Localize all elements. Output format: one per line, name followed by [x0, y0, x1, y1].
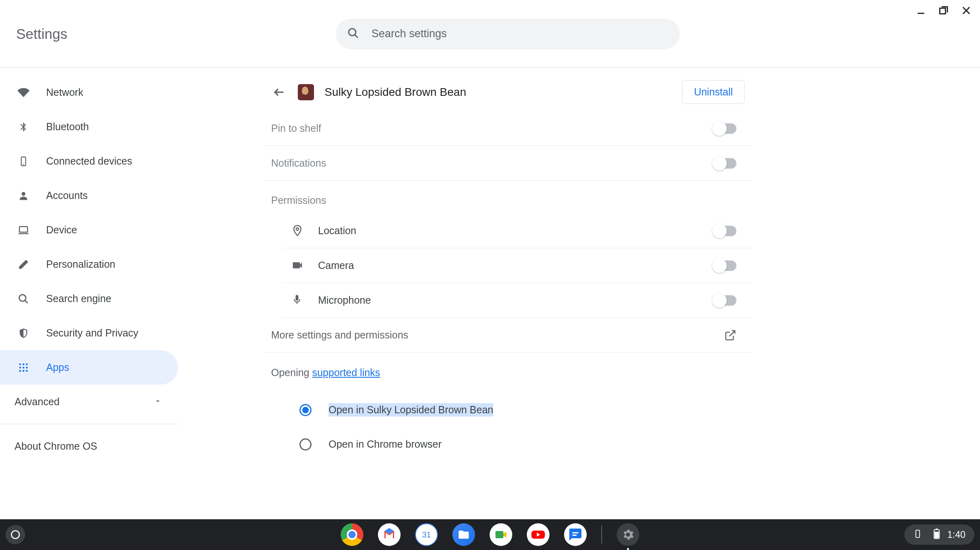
chevron-down-icon [154, 396, 162, 408]
pencil-icon [16, 257, 31, 272]
camera-icon [291, 259, 304, 272]
svg-line-5 [355, 34, 358, 38]
notifications-toggle[interactable] [714, 158, 736, 169]
bluetooth-icon [16, 120, 31, 134]
location-toggle[interactable] [714, 226, 736, 236]
about-label: About Chrome OS [15, 440, 97, 452]
shelf-app-files[interactable] [452, 523, 475, 546]
camera-toggle[interactable] [714, 260, 736, 271]
sidebar-item-label: Accounts [46, 190, 88, 201]
more-settings-label: More settings and permissions [271, 329, 408, 341]
sidebar-item-label: Network [46, 87, 83, 98]
sidebar-item-apps[interactable]: Apps [0, 350, 178, 385]
search-input[interactable] [371, 28, 668, 40]
shelf: 31 1:40 [0, 519, 980, 550]
open-external-icon [724, 329, 736, 341]
svg-point-13 [19, 363, 21, 365]
shelf-divider [601, 526, 602, 544]
shelf-app-settings[interactable] [617, 523, 639, 546]
svg-rect-26 [496, 531, 504, 538]
sidebar-item-label: Apps [46, 362, 69, 373]
opening-title: Opening supported links [271, 367, 380, 378]
sidebar-item-device[interactable]: Device [0, 213, 178, 247]
phone-icon [16, 154, 31, 169]
shelf-app-gmail[interactable] [378, 523, 401, 546]
person-icon [16, 188, 31, 203]
svg-rect-9 [19, 226, 28, 232]
svg-point-20 [23, 370, 25, 372]
shelf-app-meet[interactable] [490, 523, 512, 546]
sidebar-item-accounts[interactable]: Accounts [0, 178, 178, 213]
permissions-title: Permissions [263, 181, 753, 214]
advanced-toggle[interactable]: Advanced [0, 385, 178, 419]
sidebar-item-label: Personalization [46, 258, 115, 270]
sidebar-item-personalization[interactable]: Personalization [0, 247, 178, 281]
battery-icon [933, 529, 940, 541]
svg-line-24 [730, 330, 735, 336]
radio-label: Open in Sulky Lopsided Brown Bean [329, 403, 493, 417]
svg-point-23 [296, 228, 299, 230]
radio-selected[interactable] [299, 404, 312, 416]
launcher-button[interactable] [6, 525, 25, 544]
shelf-app-chrome[interactable] [341, 523, 363, 546]
sidebar-item-label: Connected devices [46, 155, 132, 167]
search-icon [347, 27, 359, 41]
permission-microphone-row: Microphone [283, 283, 753, 318]
permission-label: Camera [318, 260, 354, 271]
svg-point-4 [349, 28, 356, 36]
svg-rect-33 [936, 529, 938, 530]
back-button[interactable] [271, 84, 287, 100]
svg-point-15 [26, 363, 28, 365]
sidebar-item-label: Bluetooth [46, 121, 89, 133]
search-icon [16, 292, 31, 306]
phone-status-icon [913, 529, 922, 540]
open-in-app-option[interactable]: Open in Sulky Lopsided Brown Bean [263, 393, 753, 427]
notifications-row: Notifications [263, 146, 753, 181]
permission-location-row: Location [283, 214, 753, 248]
supported-links-link[interactable]: supported links [312, 367, 380, 378]
advanced-label: Advanced [15, 396, 59, 408]
shelf-app-youtube[interactable] [527, 523, 549, 546]
sidebar-item-security-privacy[interactable]: Security and Privacy [0, 316, 178, 350]
permission-label: Microphone [318, 294, 371, 306]
app-icon [298, 84, 314, 100]
about-chrome-os[interactable]: About Chrome OS [0, 429, 178, 463]
svg-point-8 [21, 192, 25, 195]
page-title: Settings [16, 26, 67, 42]
sidebar-item-label: Security and Privacy [46, 327, 138, 339]
sidebar-item-label: Search engine [46, 293, 111, 305]
apps-icon [16, 360, 31, 375]
microphone-toggle[interactable] [714, 295, 736, 306]
shield-icon [16, 326, 31, 341]
uninstall-button[interactable]: Uninstall [682, 80, 745, 104]
permission-label: Location [318, 225, 356, 237]
svg-point-21 [26, 370, 28, 372]
radio-unselected[interactable] [299, 438, 312, 451]
laptop-icon [16, 223, 31, 237]
wifi-icon [16, 85, 31, 100]
sidebar-item-label: Device [46, 224, 77, 236]
shelf-app-calendar[interactable]: 31 [415, 523, 438, 546]
open-in-chrome-option[interactable]: Open in Chrome browser [263, 427, 753, 461]
svg-point-19 [19, 370, 21, 372]
microphone-icon [291, 294, 304, 307]
pin-to-shelf-label: Pin to shelf [271, 123, 321, 134]
radio-label: Open in Chrome browser [329, 438, 441, 450]
sidebar: Network Bluetooth Connected devices Acco… [0, 68, 178, 519]
svg-point-11 [19, 294, 26, 301]
more-settings-row[interactable]: More settings and permissions [263, 318, 753, 353]
pin-to-shelf-toggle[interactable] [714, 123, 736, 134]
status-tray[interactable]: 1:40 [904, 525, 974, 545]
svg-rect-30 [916, 530, 920, 537]
shelf-app-messages[interactable] [564, 523, 587, 546]
sidebar-item-bluetooth[interactable]: Bluetooth [0, 110, 178, 144]
sidebar-item-network[interactable]: Network [0, 75, 178, 110]
permission-camera-row: Camera [283, 248, 753, 283]
sidebar-item-connected-devices[interactable]: Connected devices [0, 144, 178, 178]
svg-line-12 [25, 300, 28, 303]
svg-point-18 [26, 366, 28, 368]
search-box[interactable] [336, 19, 680, 49]
sidebar-item-search-engine[interactable]: Search engine [0, 281, 178, 316]
svg-point-17 [23, 366, 25, 368]
svg-rect-32 [935, 532, 939, 538]
